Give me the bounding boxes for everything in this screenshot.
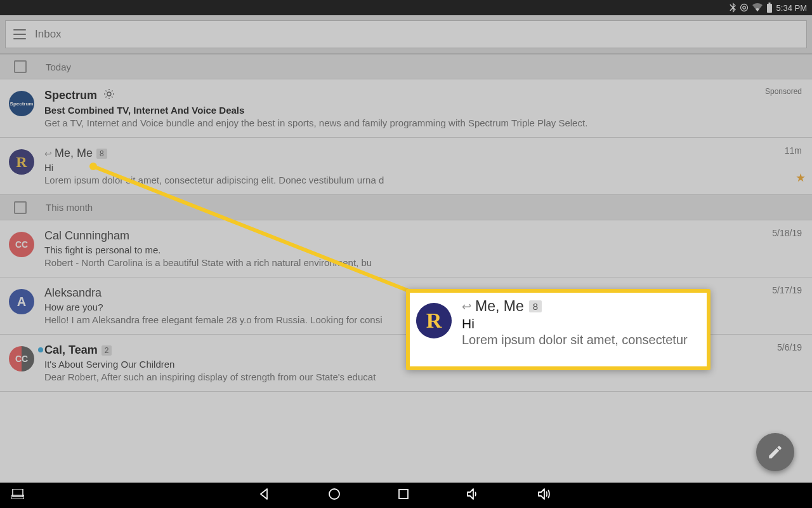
subject: Best Combined TV, Internet And Voice Dea… xyxy=(44,105,802,116)
time-label: 5/17/19 xyxy=(772,285,802,295)
time-label: 5/6/19 xyxy=(777,342,802,352)
email-row[interactable]: Aleksandra How are you? Hello! I am Alek… xyxy=(0,277,812,335)
sender: Cal Cunningham xyxy=(44,229,802,243)
svg-rect-16 xyxy=(11,495,24,499)
subject: How are you? xyxy=(44,302,802,312)
section-header-today: Today xyxy=(0,54,812,79)
svg-line-9 xyxy=(106,91,107,92)
sponsored-label: Sponsored xyxy=(765,87,802,96)
avatar: Spectrum xyxy=(9,91,34,116)
thread-count: 8 xyxy=(96,149,107,159)
svg-rect-3 xyxy=(768,3,770,4)
sender: Spectrum xyxy=(44,88,802,103)
snippet: Lorem ipsum dolor sit amet, consectetur … xyxy=(44,175,802,185)
star-icon[interactable]: ★ xyxy=(796,171,806,185)
toolbar: Inbox xyxy=(0,15,812,54)
time-label: 5/18/19 xyxy=(772,228,802,238)
avatar xyxy=(9,289,34,314)
subject: It's About Serving Our Children xyxy=(44,359,802,370)
svg-line-10 xyxy=(112,97,113,98)
home-icon[interactable] xyxy=(328,488,341,503)
svg-rect-2 xyxy=(767,4,772,13)
thread-count: 2 xyxy=(102,345,112,356)
snippet: Dear Robert, After such an inspiring dis… xyxy=(44,371,802,382)
screenshot-icon[interactable] xyxy=(11,489,24,502)
volume-down-icon[interactable] xyxy=(466,488,480,503)
snippet: Robert - North Carolina is a beautiful S… xyxy=(44,257,802,268)
sync-icon xyxy=(740,3,749,12)
sender: ↩Me, Me8 xyxy=(44,147,802,160)
select-all-checkbox[interactable] xyxy=(14,201,27,214)
avatar xyxy=(9,149,34,175)
hamburger-icon[interactable] xyxy=(13,29,26,39)
volume-up-icon[interactable] xyxy=(537,488,554,503)
svg-point-4 xyxy=(107,92,111,96)
status-bar: 5:34 PM xyxy=(0,0,812,15)
battery-icon xyxy=(766,3,773,13)
svg-line-11 xyxy=(106,97,107,98)
section-label: Today xyxy=(46,62,71,72)
svg-point-17 xyxy=(329,489,339,499)
compose-button[interactable] xyxy=(756,433,794,471)
subject: Hi xyxy=(44,162,802,173)
unread-dot-icon xyxy=(38,347,43,352)
subject: This fight is personal to me. xyxy=(44,244,802,255)
reply-icon: ↩ xyxy=(44,149,52,159)
wifi-icon xyxy=(752,3,763,12)
sun-icon xyxy=(103,88,115,103)
svg-rect-18 xyxy=(399,490,408,498)
section-header-this-month: This month xyxy=(0,195,812,220)
svg-point-0 xyxy=(740,4,747,11)
bluetooth-icon xyxy=(730,3,736,13)
snippet: Hello! I am Aleksandra free elegant fema… xyxy=(44,314,802,325)
email-row-unread[interactable]: CC Cal, Team2 It's About Serving Our Chi… xyxy=(0,335,812,392)
avatar: CC xyxy=(9,346,34,371)
email-row-sponsored[interactable]: Spectrum Spectrum Best Combined TV, Inte… xyxy=(0,79,812,138)
clock-text: 5:34 PM xyxy=(776,3,807,13)
time-label: 11m xyxy=(785,145,802,156)
back-icon[interactable] xyxy=(258,488,271,503)
snippet: Get a TV, Internet and Voice bundle and … xyxy=(44,117,802,128)
svg-line-12 xyxy=(112,91,113,92)
email-row[interactable]: ↩Me, Me8 Hi Lorem ipsum dolor sit amet, … xyxy=(0,138,812,195)
select-all-checkbox[interactable] xyxy=(14,60,27,73)
sender: Cal, Team2 xyxy=(44,344,802,357)
section-label: This month xyxy=(46,202,93,213)
svg-point-1 xyxy=(742,6,745,9)
nav-bar xyxy=(0,483,812,508)
recent-icon[interactable] xyxy=(398,488,409,502)
toolbar-title: Inbox xyxy=(35,28,62,41)
email-row[interactable]: CC Cal Cunningham This fight is personal… xyxy=(0,220,812,277)
avatar: CC xyxy=(9,232,34,257)
sender: Aleksandra xyxy=(44,286,802,300)
